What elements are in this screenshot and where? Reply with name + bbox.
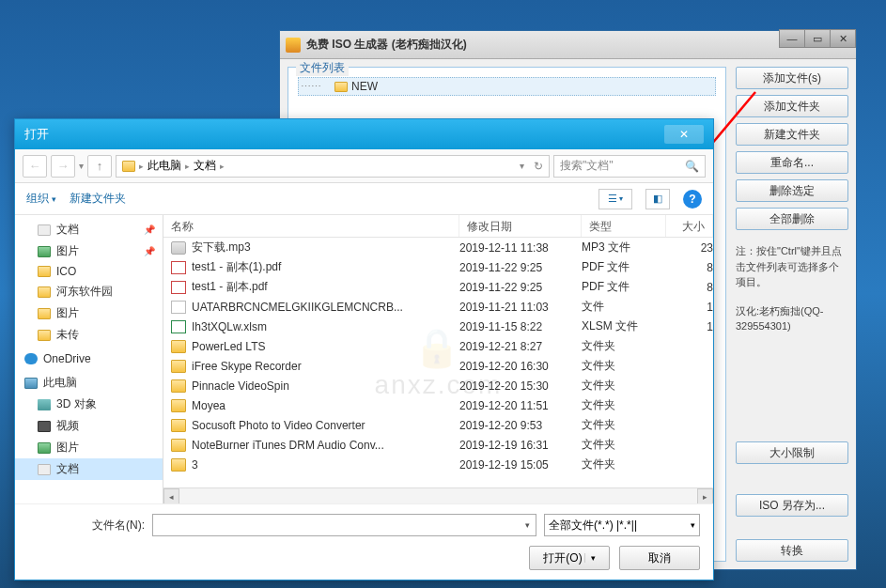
folder-icon <box>171 340 186 353</box>
column-type[interactable]: 类型 <box>582 215 666 237</box>
scroll-right-button[interactable]: ▸ <box>697 488 713 503</box>
sidebar-item-pictures3[interactable]: 图片 <box>15 437 163 458</box>
sidebar-item-unsent[interactable]: 未传 <box>15 324 163 346</box>
file-rows-container[interactable]: 🔒anxz.com 安下载.mp32019-12-11 11:38MP3 文件2… <box>163 238 713 487</box>
add-files-button[interactable]: 添加文件(s) <box>736 67 848 89</box>
tree-item-label: NEW <box>351 80 378 93</box>
column-date[interactable]: 修改日期 <box>459 215 582 237</box>
sidebar-item-documents-active[interactable]: 文档 <box>15 458 163 480</box>
file-icon <box>171 301 186 314</box>
nav-history-dropdown[interactable]: ▾ <box>79 161 84 171</box>
table-row[interactable]: test1 - 副本.pdf2019-11-22 9:25PDF 文件8 <box>163 277 713 297</box>
table-row[interactable]: PowerLed LTS2019-12-21 8:27文件夹 <box>163 336 713 356</box>
file-filter-select[interactable]: 全部文件(*.*) |*.*||▾ <box>544 514 700 536</box>
organize-menu[interactable]: 组织 ▾ <box>26 191 56 207</box>
3d-icon <box>38 399 51 410</box>
open-button[interactable]: 打开(O)▾ <box>529 546 610 570</box>
video-icon <box>38 421 51 432</box>
file-type: 文件 <box>582 299 666 315</box>
sidebar-item-pictures[interactable]: 图片📌 <box>15 240 163 262</box>
delete-all-button[interactable]: 全部删除 <box>736 208 848 230</box>
places-sidebar[interactable]: 文档📌 图片📌 ICO 河东软件园 图片 未传 OneDrive 此电脑 3D … <box>15 215 163 503</box>
delete-selected-button[interactable]: 删除选定 <box>736 179 848 202</box>
open-dialog-titlebar[interactable]: 打开 ✕ <box>15 119 713 149</box>
folder-icon <box>38 330 51 341</box>
new-folder-command[interactable]: 新建文件夹 <box>70 191 126 207</box>
search-icon: 🔍 <box>685 160 699 173</box>
view-mode-button[interactable]: ☰▾ <box>598 189 632 209</box>
sidebar-onedrive[interactable]: OneDrive <box>15 349 163 368</box>
folder-icon <box>171 360 186 373</box>
file-name: UATARBRCNCMELGKIIKGLEMCNCRB... <box>192 301 403 314</box>
sidebar-item-videos[interactable]: 视频 <box>15 415 163 437</box>
maximize-button[interactable]: ▭ <box>804 29 831 48</box>
horizontal-scrollbar[interactable]: ◂ ▸ <box>163 487 713 503</box>
table-row[interactable]: 32019-12-19 15:05文件夹 <box>163 455 713 474</box>
pic-icon <box>38 442 51 454</box>
new-folder-button[interactable]: 新建文件夹 <box>736 123 848 146</box>
minimize-button[interactable]: — <box>779 29 805 48</box>
tree-item-new[interactable]: ⋯⋯ NEW <box>298 77 716 96</box>
sidebar-item-hedong[interactable]: 河东软件园 <box>15 281 163 302</box>
sidebar-item-pictures2[interactable]: 图片 <box>15 302 163 324</box>
rename-button[interactable]: 重命名... <box>736 151 848 174</box>
preview-pane-button[interactable]: ◧ <box>645 189 670 209</box>
close-button[interactable]: ✕ <box>830 29 856 48</box>
filename-input[interactable]: ▾ <box>152 514 536 536</box>
add-folder-button[interactable]: 添加文件夹 <box>736 95 848 117</box>
table-row[interactable]: Socusoft Photo to Video Converter2019-12… <box>163 415 713 435</box>
help-button[interactable]: ? <box>683 190 702 209</box>
scroll-left-button[interactable]: ◂ <box>163 488 179 503</box>
table-row[interactable]: Pinnacle VideoSpin2019-12-20 15:30文件夹 <box>163 376 713 395</box>
table-row[interactable]: NoteBurner iTunes DRM Audio Conv...2019-… <box>163 435 713 455</box>
breadcrumb-bar[interactable]: ▸ 此电脑 ▸ 文档 ▸ ▾ ↻ <box>116 155 550 178</box>
dialog-close-button[interactable]: ✕ <box>664 125 704 144</box>
command-toolbar: 组织 ▾ 新建文件夹 ☰▾ ◧ ? <box>15 183 713 215</box>
folder-icon <box>38 266 51 277</box>
split-dropdown-icon[interactable]: ▾ <box>584 553 596 563</box>
file-name: test1 - 副本.pdf <box>192 279 268 295</box>
table-row[interactable]: test1 - 副本(1).pdf2019-11-22 9:25PDF 文件8 <box>163 257 713 277</box>
iso-save-as-button[interactable]: ISO 另存为... <box>736 494 848 517</box>
list-header[interactable]: 名称 修改日期 类型 大小 <box>163 215 713 238</box>
doc-icon <box>38 464 51 475</box>
file-type: 文件夹 <box>582 338 666 354</box>
file-size: 8 <box>666 261 713 274</box>
file-size: 23 <box>666 241 713 255</box>
translator-note: 汉化:老朽痴拙(QQ-329554301) <box>736 303 848 334</box>
cancel-button[interactable]: 取消 <box>619 546 700 570</box>
breadcrumb-root[interactable]: 此电脑 <box>148 158 181 174</box>
breadcrumb-dropdown-icon[interactable]: ▾ <box>520 161 524 171</box>
folder-icon <box>334 82 348 92</box>
column-size[interactable]: 大小 <box>666 215 713 237</box>
filename-label: 文件名(N): <box>28 518 145 534</box>
file-open-dialog: 打开 ✕ ← → ▾ ↑ ▸ 此电脑 ▸ 文档 ▸ ▾ ↻ 搜索"文档" 🔍 组… <box>14 118 714 580</box>
sidebar-thispc[interactable]: 此电脑 <box>15 372 163 394</box>
breadcrumb-current[interactable]: 文档 <box>194 158 216 174</box>
chevron-down-icon[interactable]: ▾ <box>525 520 530 530</box>
nav-forward-button[interactable]: → <box>51 155 75 178</box>
sidebar-item-ico[interactable]: ICO <box>15 262 163 281</box>
table-row[interactable]: iFree Skype Recorder2019-12-20 16:30文件夹 <box>163 356 713 376</box>
pdf-icon <box>171 261 186 274</box>
table-row[interactable]: Moyea2019-12-20 11:51文件夹 <box>163 395 713 415</box>
pic-icon <box>38 246 51 257</box>
nav-back-button[interactable]: ← <box>23 155 47 178</box>
size-limit-button[interactable]: 大小限制 <box>736 441 848 464</box>
search-input[interactable]: 搜索"文档" 🔍 <box>553 155 706 178</box>
column-name[interactable]: 名称 <box>163 215 459 237</box>
folder-icon <box>171 399 186 412</box>
refresh-icon[interactable]: ↻ <box>534 160 543 173</box>
iso-titlebar[interactable]: 免费 ISO 生成器 (老朽痴拙汉化) — ▭ ✕ <box>280 31 856 59</box>
file-tree[interactable]: ⋯⋯ NEW <box>288 68 725 105</box>
table-row[interactable]: 安下载.mp32019-12-11 11:38MP3 文件23 <box>163 238 713 257</box>
dialog-footer: 文件名(N): ▾ 全部文件(*.*) |*.*||▾ 打开(O)▾ 取消 <box>15 503 713 580</box>
table-row[interactable]: Ih3tXQLw.xlsm2019-11-15 8:22XLSM 文件1 <box>163 317 713 336</box>
sidebar-item-documents[interactable]: 文档📌 <box>15 219 163 240</box>
sidebar-item-3d[interactable]: 3D 对象 <box>15 394 163 415</box>
folder-icon <box>38 308 51 319</box>
table-row[interactable]: UATARBRCNCMELGKIIKGLEMCNCRB...2019-11-21… <box>163 297 713 317</box>
convert-button[interactable]: 转换 <box>736 539 848 562</box>
file-name: 安下载.mp3 <box>192 240 251 255</box>
nav-up-button[interactable]: ↑ <box>87 155 112 178</box>
